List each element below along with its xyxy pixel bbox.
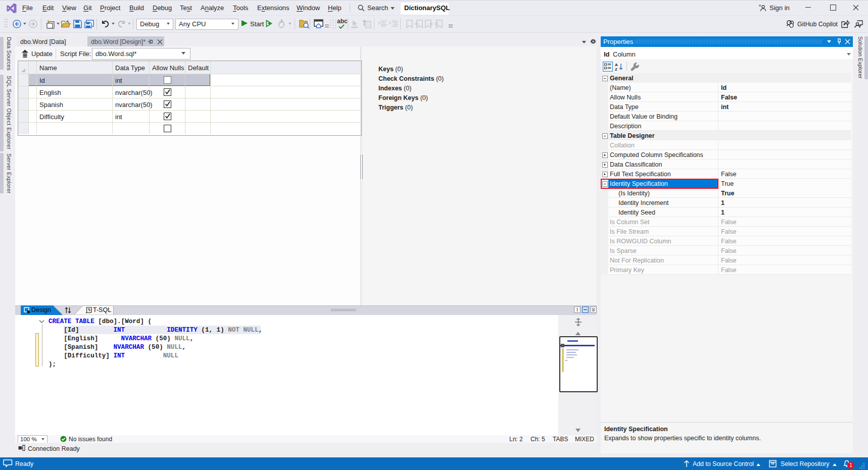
svg-text:A: A (615, 63, 618, 67)
svg-text:Z: Z (615, 67, 617, 71)
